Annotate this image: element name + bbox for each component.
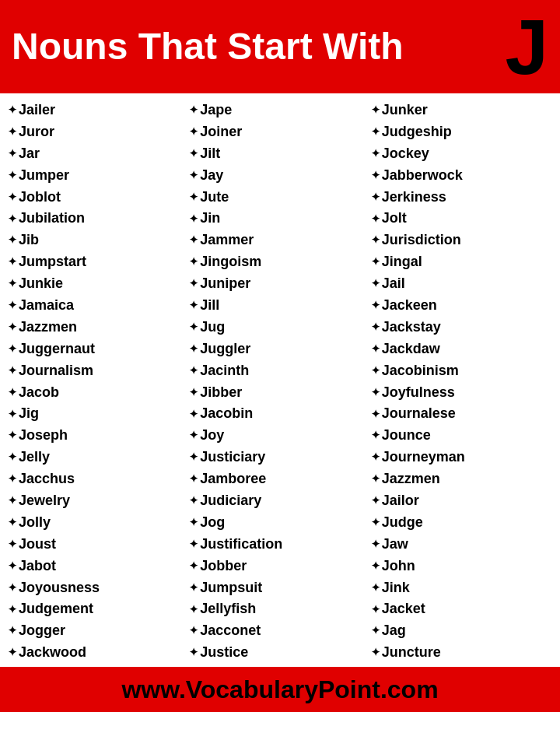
word-text: Journeyman	[382, 447, 465, 468]
word-text: Jurisdiction	[382, 230, 461, 251]
word-item: ✦Jingoism	[189, 251, 370, 273]
word-item: ✦Jounce	[371, 425, 552, 447]
bullet-icon: ✦	[8, 493, 17, 510]
bullet-icon: ✦	[189, 189, 198, 206]
word-text: Jazzmen	[19, 317, 77, 338]
word-item: ✦Joyousness	[8, 577, 189, 599]
word-text: Jabberwock	[382, 165, 463, 187]
word-text: Jackwood	[19, 642, 86, 664]
column-2: ✦Jape✦Joiner✦Jilt✦Jay✦Jute✦Jin✦Jammer✦Ji…	[189, 100, 370, 664]
word-text: Jumper	[19, 165, 69, 187]
bullet-icon: ✦	[371, 124, 380, 141]
bullet-icon: ✦	[189, 493, 198, 510]
word-text: Juror	[19, 121, 54, 143]
bullet-icon: ✦	[8, 167, 17, 184]
bullet-icon: ✦	[8, 558, 17, 575]
word-text: John	[382, 556, 415, 577]
bullet-icon: ✦	[8, 449, 17, 466]
word-item: ✦Jabot	[8, 556, 189, 577]
word-text: Jazzmen	[382, 468, 440, 490]
bullet-icon: ✦	[371, 232, 380, 249]
word-text: Jilt	[200, 143, 220, 165]
bullet-icon: ✦	[371, 146, 380, 163]
word-item: ✦Journeyman	[371, 447, 552, 468]
word-item: ✦Jaw	[371, 534, 552, 556]
word-item: ✦Judgement	[8, 598, 189, 620]
word-text: Jogger	[19, 620, 65, 642]
word-item: ✦Jelly	[8, 447, 189, 468]
word-item: ✦Jag	[371, 620, 552, 642]
word-item: ✦Justification	[189, 534, 370, 556]
word-text: Jaw	[382, 534, 408, 556]
word-item: ✦Jar	[8, 143, 189, 165]
bullet-icon: ✦	[371, 254, 380, 271]
word-item: ✦Joseph	[8, 425, 189, 447]
bullet-icon: ✦	[189, 102, 198, 119]
word-text: Jailer	[19, 100, 55, 121]
word-text: Jag	[382, 620, 406, 642]
word-text: Jacket	[382, 598, 425, 620]
word-text: Jellyfish	[200, 598, 256, 620]
bullet-icon: ✦	[371, 493, 380, 510]
word-text: Joust	[19, 534, 56, 556]
word-text: Justiciary	[200, 447, 265, 468]
word-text: Jackdaw	[382, 338, 440, 360]
bullet-icon: ✦	[189, 275, 198, 293]
bullet-icon: ✦	[371, 644, 380, 661]
bullet-icon: ✦	[371, 427, 380, 444]
word-text: Jib	[19, 230, 39, 251]
bullet-icon: ✦	[371, 363, 380, 380]
bullet-icon: ✦	[189, 558, 198, 575]
bullet-icon: ✦	[189, 232, 198, 249]
word-item: ✦Jerkiness	[371, 187, 552, 209]
column-3: ✦Junker✦Judgeship✦Jockey✦Jabberwock✦Jerk…	[371, 100, 552, 664]
bullet-icon: ✦	[371, 319, 380, 336]
word-text: Jailor	[382, 490, 419, 512]
word-text: Jobber	[200, 556, 247, 577]
header-letter: J	[505, 8, 548, 86]
word-item: ✦Jill	[189, 295, 370, 317]
word-text: Jay	[200, 165, 223, 187]
bullet-icon: ✦	[371, 167, 380, 184]
word-text: Jog	[200, 512, 225, 534]
bullet-icon: ✦	[189, 146, 198, 163]
word-text: Juggler	[200, 338, 250, 360]
bullet-icon: ✦	[371, 384, 380, 402]
word-item: ✦Jacobinism	[371, 360, 552, 382]
bullet-icon: ✦	[8, 297, 17, 314]
word-item: ✦Justice	[189, 642, 370, 664]
page-footer: www.VocabularyPoint.com	[0, 667, 560, 712]
word-text: Joy	[200, 425, 224, 447]
word-item: ✦Jibber	[189, 382, 370, 404]
word-item: ✦Jellyfish	[189, 598, 370, 620]
bullet-icon: ✦	[189, 580, 198, 597]
word-text: Jink	[382, 577, 410, 599]
word-item: ✦Jacob	[8, 382, 189, 404]
word-text: Jacconet	[200, 620, 261, 642]
word-item: ✦Jackeen	[371, 295, 552, 317]
word-item: ✦Jute	[189, 187, 370, 209]
word-text: Justification	[200, 534, 282, 556]
bullet-icon: ✦	[8, 319, 17, 336]
word-text: Joblot	[19, 187, 61, 209]
word-text: Joyfulness	[382, 382, 455, 404]
word-item: ✦Journalese	[371, 403, 552, 425]
word-item: ✦Junker	[371, 100, 552, 121]
word-item: ✦Jilt	[189, 143, 370, 165]
word-item: ✦Jumper	[8, 165, 189, 187]
word-text: Jail	[382, 273, 405, 295]
word-text: Jackeen	[382, 295, 437, 317]
bullet-icon: ✦	[8, 580, 17, 597]
word-text: Jacchus	[19, 468, 75, 490]
word-item: ✦Jug	[189, 317, 370, 338]
word-item: ✦Jacchus	[8, 468, 189, 490]
word-content: ✦Jailer✦Juror✦Jar✦Jumper✦Joblot✦Jubilati…	[0, 93, 560, 667]
bullet-icon: ✦	[371, 601, 380, 619]
word-item: ✦Jolly	[8, 512, 189, 534]
word-text: Jin	[200, 208, 220, 230]
word-text: Jabot	[19, 556, 56, 577]
word-item: ✦Jig	[8, 403, 189, 425]
bullet-icon: ✦	[189, 124, 198, 141]
bullet-icon: ✦	[189, 427, 198, 444]
bullet-icon: ✦	[371, 211, 380, 228]
